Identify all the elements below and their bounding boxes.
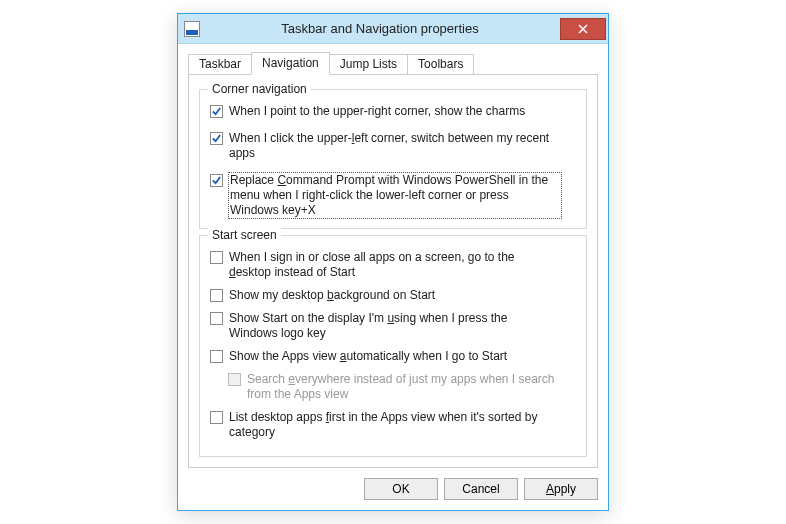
checkbox[interactable] (210, 289, 223, 302)
cancel-button[interactable]: Cancel (444, 478, 518, 500)
checkbox[interactable] (210, 105, 223, 118)
checkbox (228, 373, 241, 386)
dialog-buttons: OK Cancel Apply (188, 478, 598, 500)
checkbox-label: List desktop apps first in the Apps view… (229, 410, 559, 440)
tab-navigation[interactable]: Navigation (251, 52, 330, 75)
group-title-start: Start screen (208, 228, 281, 242)
ok-button[interactable]: OK (364, 478, 438, 500)
apply-button[interactable]: Apply (524, 478, 598, 500)
option-upper-left-recent-apps[interactable]: When I click the upper-left corner, swit… (210, 131, 576, 161)
tab-jump-lists[interactable]: Jump Lists (329, 54, 408, 74)
option-list-desktop-apps-first[interactable]: List desktop apps first in the Apps view… (210, 410, 576, 440)
client-area: Taskbar Navigation Jump Lists Toolbars C… (178, 44, 608, 510)
checkbox-label: Replace Command Prompt with Windows Powe… (230, 173, 560, 218)
option-replace-cmd-powershell[interactable]: Replace Command Prompt with Windows Powe… (210, 173, 576, 218)
window-icon (184, 21, 200, 37)
group-title-corner: Corner navigation (208, 82, 311, 96)
tab-panel-navigation: Corner navigation When I point to the up… (188, 75, 598, 468)
option-apps-view-auto[interactable]: Show the Apps view automatically when I … (210, 349, 576, 364)
checkbox-label: When I click the upper-left corner, swit… (229, 131, 559, 161)
checkbox-label: Search everywhere instead of just my app… (247, 372, 576, 402)
checkbox[interactable] (210, 312, 223, 325)
close-button[interactable] (560, 18, 606, 40)
checkbox-label: Show my desktop background on Start (229, 288, 435, 303)
checkbox[interactable] (210, 132, 223, 145)
checkbox[interactable] (210, 411, 223, 424)
tab-taskbar[interactable]: Taskbar (188, 54, 252, 74)
option-upper-right-charms[interactable]: When I point to the upper-right corner, … (210, 104, 576, 119)
window-title: Taskbar and Navigation properties (200, 21, 560, 36)
option-signin-go-desktop[interactable]: When I sign in or close all apps on a sc… (210, 250, 576, 280)
checkbox-label: Show the Apps view automatically when I … (229, 349, 507, 364)
checkbox[interactable] (210, 350, 223, 363)
option-show-start-display[interactable]: Show Start on the display I'm using when… (210, 311, 576, 341)
checkbox-label: When I sign in or close all apps on a sc… (229, 250, 559, 280)
tab-toolbars[interactable]: Toolbars (407, 54, 474, 74)
checkbox-label: When I point to the upper-right corner, … (229, 104, 525, 119)
group-corner-navigation: Corner navigation When I point to the up… (199, 89, 587, 229)
titlebar[interactable]: Taskbar and Navigation properties (178, 14, 608, 44)
tab-strip: Taskbar Navigation Jump Lists Toolbars (188, 52, 598, 75)
checkbox[interactable] (210, 174, 223, 187)
close-icon (578, 24, 588, 34)
properties-dialog: Taskbar and Navigation properties Taskba… (177, 13, 609, 511)
option-search-everywhere: Search everywhere instead of just my app… (228, 372, 576, 402)
option-desktop-background-start[interactable]: Show my desktop background on Start (210, 288, 576, 303)
checkbox[interactable] (210, 251, 223, 264)
checkbox-label: Show Start on the display I'm using when… (229, 311, 559, 341)
group-start-screen: Start screen When I sign in or close all… (199, 235, 587, 457)
